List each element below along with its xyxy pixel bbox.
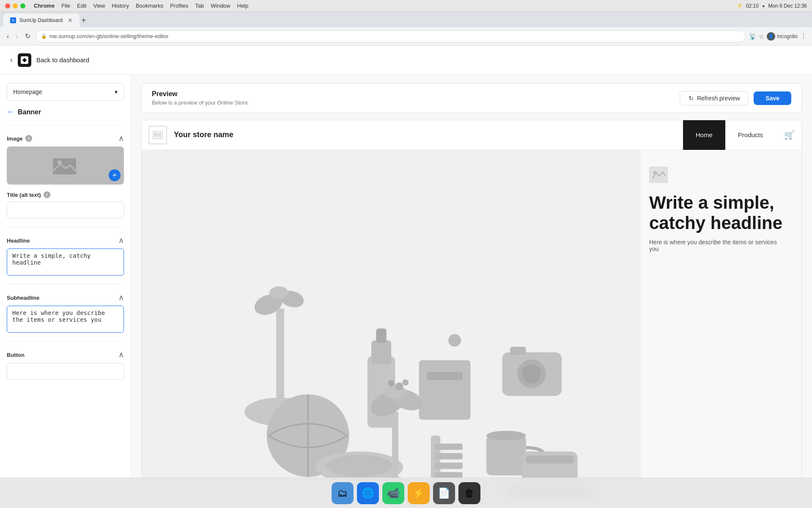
menu-edit[interactable]: Edit [77, 3, 86, 9]
image-placeholder-icon [53, 155, 78, 176]
headline-collapse-button[interactable]: ∧ [118, 236, 124, 245]
left-sidebar: Homepage ▾ ← Banner Image i ∧ [0, 75, 131, 508]
button-label-text: Button [7, 352, 25, 358]
battery-time: 02:10 [746, 3, 759, 9]
dock-finder-icon[interactable]: 🗂 [332, 482, 354, 504]
preview-actions: ↻ Refresh preview Save [680, 91, 791, 105]
store-name-display: Your store name [174, 130, 683, 139]
menu-bookmarks[interactable]: Bookmarks [136, 3, 163, 9]
image-collapse-button[interactable]: ∧ [118, 134, 124, 143]
button-field-label-row: Button ∧ [7, 350, 124, 359]
mac-menu-bar: Chrome File Edit View History Bookmarks … [34, 3, 248, 9]
store-nav-home[interactable]: Home [683, 120, 725, 150]
title-alt-text-input[interactable] [7, 202, 124, 218]
save-button[interactable]: Save [754, 91, 791, 105]
close-window-button[interactable] [5, 3, 10, 8]
browser-tab[interactable]: S SumUp Dashboard ✕ [3, 14, 80, 27]
banner-back-button[interactable]: ← Banner [7, 108, 41, 116]
back-label-text: Back to dashboard [36, 56, 89, 64]
svg-point-35 [395, 382, 403, 390]
minimize-window-button[interactable] [13, 3, 18, 8]
store-cart-icon[interactable]: 🛒 [784, 130, 795, 140]
store-headline-text: Write a simple, catchy headline [649, 193, 785, 234]
svg-rect-20 [510, 347, 526, 355]
menu-view[interactable]: View [93, 3, 105, 9]
back-section-arrow-icon: ← [7, 108, 14, 116]
menu-history[interactable]: History [112, 3, 129, 9]
button-field-section: Button ∧ [7, 350, 124, 380]
security-lock-icon: 🔒 [41, 33, 47, 39]
mac-titlebar: Chrome File Edit View History Bookmarks … [0, 0, 812, 12]
page-selector-dropdown[interactable]: Homepage ▾ [7, 83, 124, 101]
dock-trash-icon[interactable]: 🗑 [458, 482, 480, 504]
image-info-icon[interactable]: i [25, 135, 32, 142]
svg-rect-31 [392, 412, 398, 483]
back-to-dashboard-button[interactable]: ‹ Back to dashboard [10, 53, 89, 67]
preview-title: Preview [152, 90, 248, 98]
menu-profiles[interactable]: Profiles [170, 3, 188, 9]
editor-layout: Homepage ▾ ← Banner Image i ∧ [0, 75, 812, 508]
address-bar[interactable]: 🔒 me.sumup.com/en-gb/online-selling/them… [36, 30, 746, 42]
section-divider-1 [7, 125, 124, 125]
svg-point-41 [448, 334, 461, 347]
browser-actions: 📡 ☆ 👤 Incognito ⋮ [749, 32, 807, 41]
store-subheadline-text: Here is where you describe the items or … [649, 239, 785, 252]
browser-menu-button[interactable]: ⋮ [800, 32, 807, 40]
back-navigation-button[interactable]: ‹ [5, 31, 11, 42]
page-header: ‹ Back to dashboard [0, 46, 812, 75]
svg-rect-14 [376, 329, 386, 343]
preview-header: Preview Below is a preview of your Onlin… [141, 83, 802, 113]
refresh-label: Refresh preview [697, 95, 740, 102]
store-nav-products[interactable]: Products [725, 120, 776, 150]
store-content: Write a simple, catchy headline Here is … [142, 150, 801, 499]
store-navigation: Home Products [683, 120, 776, 150]
forward-navigation-button[interactable]: › [14, 31, 19, 42]
svg-point-19 [522, 364, 541, 383]
back-arrow-icon: ‹ [10, 55, 13, 64]
add-image-button[interactable]: + [109, 169, 121, 181]
fullscreen-window-button[interactable] [20, 3, 25, 8]
refresh-preview-button[interactable]: ↻ Refresh preview [680, 91, 749, 105]
button-collapse-button[interactable]: ∧ [118, 350, 124, 359]
menu-tab[interactable]: Tab [195, 3, 204, 9]
page-container: ‹ Back to dashboard Homepage ▾ ← [0, 46, 812, 508]
menu-help[interactable]: Help [237, 3, 249, 9]
store-nav-products-label: Products [738, 131, 763, 138]
sumup-logo [18, 53, 31, 67]
mac-dock: 🗂 🌐 📹 ⚡ 📄 🗑 [0, 478, 812, 508]
battery-icon: ⚡ [737, 3, 743, 8]
svg-rect-6 [276, 309, 284, 412]
store-nav-home-label: Home [696, 131, 713, 138]
bookmark-icon[interactable]: ☆ [759, 33, 764, 40]
reload-button[interactable]: ↻ [23, 30, 32, 42]
image-field-label-row: Image i ∧ [7, 134, 124, 143]
menu-window[interactable]: Window [211, 3, 230, 9]
menu-file[interactable]: File [61, 3, 70, 9]
button-text-input[interactable] [7, 363, 124, 380]
dock-sumup-icon[interactable]: ⚡ [408, 482, 430, 504]
headline-field-section: Headline ∧ Write a simple, catchy headli… [7, 236, 124, 276]
svg-rect-15 [419, 360, 471, 420]
title-info-icon[interactable]: i [44, 191, 50, 198]
url-display: me.sumup.com/en-gb/online-selling/theme-… [49, 33, 169, 39]
dock-facetime-icon[interactable]: 📹 [382, 482, 404, 504]
dock-chrome-icon[interactable]: 🌐 [357, 482, 379, 504]
image-upload-area[interactable]: + [7, 146, 124, 185]
svg-rect-24 [435, 444, 463, 450]
subheadline-textarea[interactable]: Here is where you describe the items or … [7, 306, 124, 333]
preview-subtitle: Below is a preview of your Online Store [152, 99, 248, 106]
headline-textarea[interactable]: Write a simple, catchy headline [7, 248, 124, 276]
section-divider-3 [7, 284, 124, 284]
headline-label-text: Headline [7, 237, 30, 244]
preview-area: Preview Below is a preview of your Onlin… [131, 75, 812, 508]
mac-window-controls[interactable] [5, 3, 25, 8]
wifi-icon: ● [762, 3, 765, 8]
menu-chrome[interactable]: Chrome [34, 3, 55, 9]
image-field-section: Image i ∧ + [7, 134, 124, 185]
tab-close-button[interactable]: ✕ [68, 17, 73, 24]
dock-terminal-icon[interactable]: 📄 [433, 482, 455, 504]
subheadline-field-section: Subheadline ∧ Here is where you describe… [7, 293, 124, 333]
title-alt-text-field-section: Title (alt text) i [7, 191, 124, 218]
new-tab-button[interactable]: + [81, 16, 86, 25]
subheadline-collapse-button[interactable]: ∧ [118, 293, 124, 302]
